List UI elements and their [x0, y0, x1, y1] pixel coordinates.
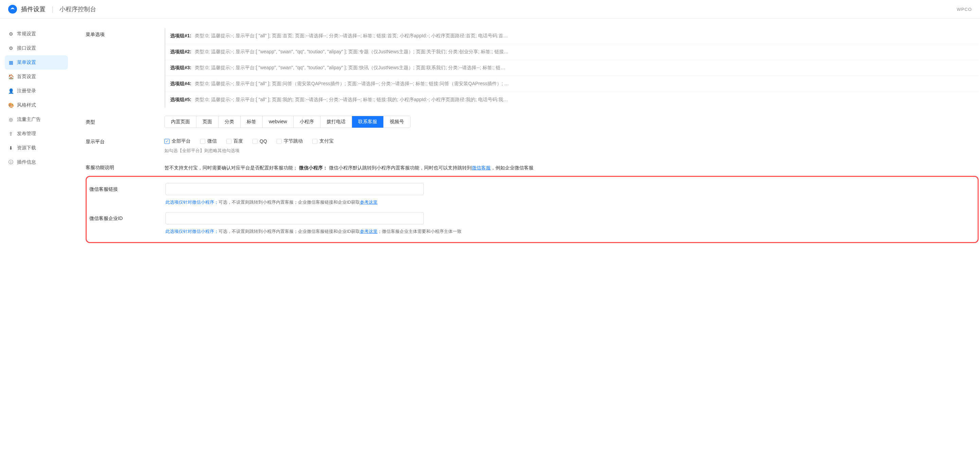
wx-corp-ref-link[interactable]: 参考这里	[360, 229, 377, 234]
platform-check-label: 百度	[234, 138, 243, 144]
service-wechat-link[interactable]: 微信客服	[472, 165, 491, 170]
app-header: 插件设置 | 小程序控制台 WPCO	[0, 0, 980, 19]
option-val: 类型:0; 温馨提示:-; 显示平台:[ "all" ]; 页面:我的; 页面:…	[195, 97, 508, 103]
option-key: 选项组#3:	[170, 65, 191, 71]
option-row[interactable]: 选项组#5:类型:0; 温馨提示:-; 显示平台:[ "all" ]; 页面:我…	[165, 92, 978, 108]
sidebar-item-1[interactable]: ⚙接口设置	[2, 41, 72, 55]
type-tab-5[interactable]: 小程序	[294, 116, 320, 128]
app-subtitle: 小程序控制台	[59, 5, 96, 13]
sidebar-item-6[interactable]: ◎流量主广告	[2, 113, 72, 127]
app-title: 插件设置	[21, 5, 46, 13]
sidebar-item-3[interactable]: 🏠首页设置	[2, 70, 72, 84]
service-desc-part1: 暂不支持支付宝，同时需要确认对应平台是否配置好客服功能；	[164, 165, 298, 170]
platform-check-label: 全部平台	[172, 138, 191, 144]
sidebar-icon: ⓘ	[8, 159, 14, 165]
sidebar-icon: ⬇	[8, 145, 14, 151]
platform-check-0[interactable]: 全部平台	[164, 138, 191, 144]
sidebar-icon: ▦	[8, 60, 14, 65]
sidebar-item-label: 首页设置	[17, 74, 36, 80]
option-val: 类型:0; 温馨提示:-; 显示平台:[ "all" ]; 页面:首页; 页面:…	[195, 33, 508, 39]
checkbox-icon	[200, 139, 205, 144]
highlight-box: 微信客服链接 此选项仅针对微信小程序；可选，不设置则跳转到小程序内置客服；企业微…	[86, 176, 978, 243]
option-row[interactable]: 选项组#1:类型:0; 温馨提示:-; 显示平台:[ "all" ]; 页面:首…	[165, 28, 978, 44]
sidebar-item-0[interactable]: ⚙常规设置	[2, 27, 72, 41]
type-label: 类型	[86, 116, 164, 125]
sidebar-item-label: 资源下载	[17, 145, 36, 151]
type-tab-3[interactable]: 标签	[240, 116, 262, 128]
wx-corp-input[interactable]	[165, 212, 424, 224]
platform-check-5[interactable]: 支付宝	[312, 138, 334, 144]
wx-link-hint-gray: 可选，不设置则跳转到小程序内置客服；企业微信客服链接和企业ID获取	[218, 200, 360, 205]
platform-checks: 全部平台微信百度QQ字节跳动支付宝	[164, 135, 978, 144]
platform-check-2[interactable]: 百度	[226, 138, 243, 144]
type-tab-8[interactable]: 视频号	[383, 116, 410, 128]
option-val: 类型:0; 温馨提示:-; 显示平台:[ "weapp", "swan", "q…	[195, 49, 508, 55]
sidebar: ⚙常规设置⚙接口设置▦菜单设置🏠首页设置👤注册登录🎨风格样式◎流量主广告⇪发布管…	[0, 19, 72, 462]
sidebar-item-label: 风格样式	[17, 102, 36, 108]
platform-check-label: 微信	[207, 138, 217, 144]
platform-check-4[interactable]: 字节跳动	[277, 138, 303, 144]
type-tab-0[interactable]: 内置页面	[165, 116, 196, 128]
option-key: 选项组#4:	[170, 81, 191, 87]
type-tab-1[interactable]: 页面	[196, 116, 218, 128]
service-desc-part2: 微信小程序默认跳转到小程序内置客服功能，同时也可以支持跳转到	[329, 165, 472, 170]
sidebar-item-label: 插件信息	[17, 159, 36, 165]
platform-check-label: QQ	[259, 138, 267, 144]
platform-check-label: 字节跳动	[284, 138, 303, 144]
sidebar-icon: 🏠	[8, 74, 14, 79]
sidebar-item-5[interactable]: 🎨风格样式	[2, 98, 72, 113]
checkbox-icon	[312, 139, 317, 144]
option-row[interactable]: 选项组#4:类型:0; 温馨提示:-; 显示平台:[ "all" ]; 页面:问…	[165, 76, 978, 92]
checkbox-icon	[164, 139, 170, 144]
sidebar-icon: 👤	[8, 88, 14, 94]
menu-options-list: 选项组#1:类型:0; 温馨提示:-; 显示平台:[ "all" ]; 页面:首…	[164, 28, 978, 108]
sidebar-icon: ⚙	[8, 31, 14, 36]
type-tab-6[interactable]: 拨打电话	[320, 116, 352, 128]
wx-corp-hint: 此选项仅针对微信小程序；可选，不设置则跳转到小程序内置客服；企业微信客服链接和企…	[165, 228, 975, 235]
option-val: 类型:0; 温馨提示:-; 显示平台:[ "all" ]; 页面:问答（需安装Q…	[195, 81, 509, 87]
sidebar-icon: ◎	[8, 117, 14, 122]
option-row[interactable]: 选项组#3:类型:0; 温馨提示:-; 显示平台:[ "weapp", "swa…	[165, 60, 978, 76]
wx-corp-hint-blue: 此选项仅针对微信小程序；	[165, 229, 218, 234]
sidebar-item-4[interactable]: 👤注册登录	[2, 84, 72, 98]
header-right-text: WPCO	[957, 7, 972, 12]
wx-corp-label: 微信客服企业ID	[89, 212, 165, 222]
wx-link-hint-blue: 此选项仅针对微信小程序；	[165, 200, 218, 205]
checkbox-icon	[277, 139, 282, 144]
platform-check-label: 支付宝	[320, 138, 334, 144]
sidebar-item-label: 注册登录	[17, 88, 36, 94]
service-desc-bold: 微信小程序：	[299, 165, 328, 170]
wx-corp-hint-gray2: ；微信客服企业主体需要和小程序主体一致	[377, 229, 461, 234]
option-key: 选项组#5:	[170, 97, 191, 103]
option-row[interactable]: 选项组#2:类型:0; 温馨提示:-; 显示平台:[ "weapp", "swa…	[165, 44, 978, 60]
sidebar-icon: ⇪	[8, 131, 14, 136]
service-desc-part3: ，例如企业微信客服	[491, 165, 533, 170]
sidebar-item-7[interactable]: ⇪发布管理	[2, 127, 72, 141]
main-content: 菜单选项 选项组#1:类型:0; 温馨提示:-; 显示平台:[ "all" ];…	[72, 19, 980, 462]
checkbox-icon	[253, 139, 258, 144]
wx-link-input[interactable]	[165, 183, 424, 195]
sidebar-item-8[interactable]: ⬇资源下载	[2, 141, 72, 155]
type-tab-2[interactable]: 分类	[218, 116, 240, 128]
sidebar-item-label: 接口设置	[17, 45, 36, 51]
sidebar-item-9[interactable]: ⓘ插件信息	[2, 155, 72, 170]
sidebar-item-2[interactable]: ▦菜单设置	[5, 55, 68, 70]
platform-check-3[interactable]: QQ	[253, 138, 267, 144]
checkbox-icon	[226, 139, 231, 144]
type-tab-7[interactable]: 联系客服	[352, 116, 383, 128]
sidebar-item-label: 菜单设置	[17, 59, 36, 65]
type-tab-4[interactable]: webview	[262, 116, 294, 128]
platform-hint: 如勾选【全部平台】则忽略其他勾选项	[164, 147, 978, 154]
platform-check-1[interactable]: 微信	[200, 138, 217, 144]
service-desc-label: 客服功能说明	[86, 161, 164, 171]
option-key: 选项组#1:	[170, 33, 191, 39]
menu-options-label: 菜单选项	[86, 28, 164, 38]
option-key: 选项组#2:	[170, 49, 191, 55]
wx-corp-hint-gray1: 可选，不设置则跳转到小程序内置客服；企业微信客服链接和企业ID获取	[218, 229, 360, 234]
wx-link-label: 微信客服链接	[89, 183, 165, 192]
sidebar-item-label: 发布管理	[17, 131, 36, 137]
sidebar-icon: 🎨	[8, 103, 14, 108]
wx-link-ref-link[interactable]: 参考这里	[360, 200, 377, 205]
sidebar-item-label: 流量主广告	[17, 116, 41, 122]
sidebar-icon: ⚙	[8, 46, 14, 51]
